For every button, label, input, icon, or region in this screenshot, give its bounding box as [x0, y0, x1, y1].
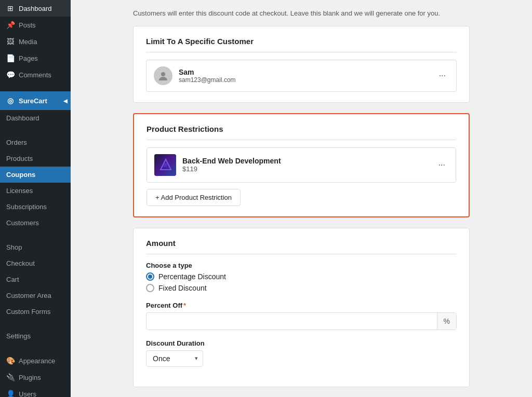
sidebar-item-sc-dashboard[interactable]: Dashboard	[0, 110, 71, 126]
sidebar-item-sc-custom-forms[interactable]: Custom Forms	[0, 304, 71, 320]
radio-fixed[interactable]: Fixed Discount	[146, 284, 457, 292]
radio-fixed-circle	[146, 284, 154, 292]
add-product-restriction-button[interactable]: + Add Product Restriction	[147, 189, 241, 206]
plugins-icon: 🔌	[6, 373, 15, 381]
choose-type-label: Choose a type	[146, 262, 457, 269]
discount-duration-label: Discount Duration	[146, 339, 457, 347]
limit-customer-card: Limit To A Specific Customer Sam sam123@…	[133, 26, 470, 103]
sidebar-item-sc-customer-area[interactable]: Customer Area	[0, 288, 71, 304]
sidebar-item-sc-customers[interactable]: Customers	[0, 215, 71, 231]
product-name: Back-End Web Development	[182, 157, 429, 165]
sidebar-item-comments[interactable]: 💬 Comments	[0, 66, 71, 83]
customer-info: Sam sam123@gmail.com	[179, 68, 430, 84]
percent-off-input[interactable]	[147, 313, 437, 330]
sidebar-item-appearance[interactable]: 🎨 Appearance	[0, 352, 71, 369]
comments-icon: 💬	[6, 71, 15, 79]
sidebar-item-sc-products[interactable]: Products	[0, 150, 71, 167]
discount-duration-field: Discount Duration Once Forever Repeating…	[146, 339, 457, 367]
radio-group: Percentage Discount Fixed Discount	[146, 272, 457, 292]
radio-percentage[interactable]: Percentage Discount	[146, 272, 457, 281]
surecart-icon: ◎	[6, 97, 15, 105]
dashboard-icon: ⊞	[6, 4, 15, 12]
customer-email: sam123@gmail.com	[179, 76, 430, 84]
top-notice: Customers will enter this discount code …	[133, 8, 470, 19]
percent-off-field: Percent Off* %	[146, 302, 457, 330]
sidebar-item-plugins[interactable]: 🔌 Plugins	[0, 369, 71, 386]
main-content: Customers will enter this discount code …	[71, 0, 532, 397]
radio-percentage-circle	[146, 272, 154, 281]
product-row-menu-button[interactable]: ···	[435, 159, 448, 171]
avatar	[154, 66, 172, 85]
sidebar-item-sc-subscriptions[interactable]: Subscriptions	[0, 199, 71, 215]
product-info: Back-End Web Development $119	[182, 157, 429, 173]
sidebar-item-sc-orders[interactable]: Orders	[0, 134, 71, 150]
appearance-icon: 🎨	[6, 357, 15, 365]
svg-point-0	[161, 72, 165, 76]
product-restrictions-card: Product Restrictions	[133, 113, 470, 217]
customer-name: Sam	[179, 68, 430, 76]
percent-suffix: %	[437, 313, 456, 330]
sidebar-item-sc-checkout[interactable]: Checkout	[0, 255, 71, 271]
duration-select-wrapper: Once Forever Repeating ▾	[146, 350, 203, 367]
sidebar: ⊞ Dashboard 📌 Posts 🖼 Media 📄 Pages 💬 Co…	[0, 0, 71, 397]
product-price: $119	[182, 165, 429, 173]
customer-row: Sam sam123@gmail.com ···	[146, 60, 457, 92]
product-thumbnail	[154, 154, 176, 176]
users-icon: 👤	[6, 390, 15, 397]
amount-title: Amount	[146, 239, 457, 254]
svg-point-3	[163, 163, 167, 167]
sidebar-surecart[interactable]: ◎ SureCart	[0, 91, 71, 110]
sidebar-item-pages[interactable]: 📄 Pages	[0, 50, 71, 66]
sidebar-item-dashboard[interactable]: ⊞ Dashboard	[0, 0, 71, 17]
sidebar-item-sc-licenses[interactable]: Licenses	[0, 183, 71, 199]
pages-icon: 📄	[6, 54, 15, 62]
percent-off-label: Percent Off*	[146, 302, 457, 309]
posts-icon: 📌	[6, 21, 15, 29]
sidebar-item-sc-shop[interactable]: Shop	[0, 239, 71, 255]
sidebar-item-sc-settings[interactable]: Settings	[0, 328, 71, 344]
product-row: Back-End Web Development $119 ···	[147, 147, 456, 183]
discount-type-field: Choose a type Percentage Discount Fixed …	[146, 262, 457, 292]
sidebar-item-sc-coupons[interactable]: Coupons	[0, 167, 71, 183]
sidebar-item-users[interactable]: 👤 Users	[0, 386, 71, 397]
amount-card: Amount Choose a type Percentage Discount…	[133, 228, 470, 387]
product-restrictions-title: Product Restrictions	[147, 125, 456, 140]
percent-off-input-wrapper: %	[146, 312, 457, 330]
duration-select[interactable]: Once Forever Repeating	[146, 350, 203, 367]
limit-customer-title: Limit To A Specific Customer	[146, 37, 457, 52]
sidebar-item-media[interactable]: 🖼 Media	[0, 33, 71, 50]
customer-row-menu-button[interactable]: ···	[436, 70, 449, 81]
media-icon: 🖼	[6, 37, 15, 46]
sidebar-item-sc-cart[interactable]: Cart	[0, 271, 71, 288]
sidebar-item-posts[interactable]: 📌 Posts	[0, 17, 71, 33]
